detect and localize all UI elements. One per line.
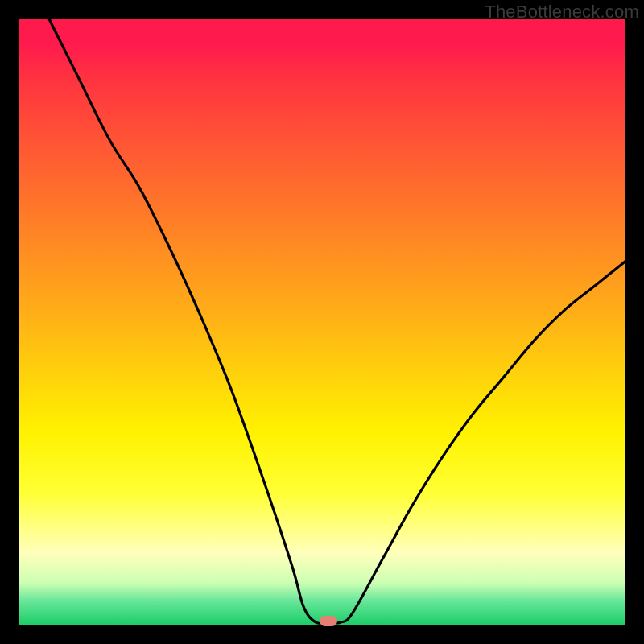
curve-path	[49, 19, 625, 624]
optimal-point-marker	[320, 616, 337, 626]
plot-area	[19, 19, 625, 625]
chart-frame: TheBottleneck.com	[0, 0, 644, 644]
bottleneck-curve	[19, 19, 625, 625]
